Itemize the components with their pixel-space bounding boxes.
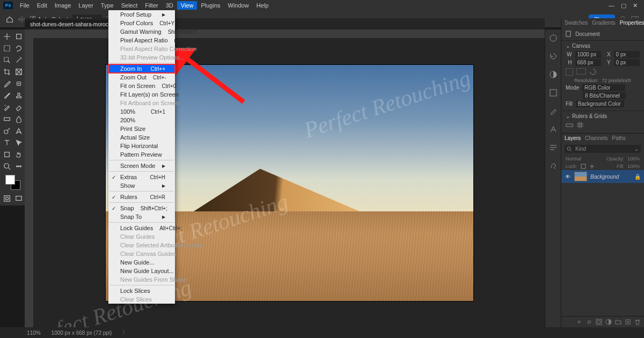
view-menu-zoom-in[interactable]: Zoom InCtrl++ xyxy=(108,64,175,73)
orientation-portrait[interactable] xyxy=(566,68,573,76)
color-panel-icon[interactable] xyxy=(549,34,558,42)
tab-channels[interactable]: Channels xyxy=(585,135,608,141)
menu-file[interactable]: File xyxy=(16,1,33,10)
layer-style-icon[interactable] xyxy=(586,319,592,325)
glyphs-panel-icon[interactable] xyxy=(549,161,558,170)
x-input[interactable]: 0 px xyxy=(614,51,640,58)
link-layers-icon[interactable] xyxy=(576,319,583,325)
view-menu-new-guide-[interactable]: New Guide... xyxy=(108,258,175,267)
crop-tool[interactable] xyxy=(2,67,12,77)
orientation-landscape[interactable] xyxy=(576,68,586,75)
brush-tool[interactable] xyxy=(2,90,12,101)
blend-mode-dropdown[interactable]: Normal xyxy=(566,156,581,161)
adjustment-layer-icon[interactable] xyxy=(605,319,612,325)
opacity-value[interactable]: 100% xyxy=(627,156,640,161)
screen-mode-toggle[interactable] xyxy=(13,193,24,204)
adjustments-panel-icon[interactable] xyxy=(549,70,558,79)
rotate-icon[interactable] xyxy=(589,68,597,76)
magic-wand-tool[interactable] xyxy=(13,55,24,65)
layer-thumbnail[interactable] xyxy=(574,172,587,181)
view-menu-screen-mode[interactable]: Screen Mode▶ xyxy=(108,161,175,170)
path-select-tool[interactable] xyxy=(13,137,24,148)
paragraph-panel-icon[interactable] xyxy=(549,143,558,152)
fill-dropdown[interactable]: Background Color xyxy=(576,100,624,107)
ruler-icon[interactable] xyxy=(566,121,573,129)
object-select-tool[interactable] xyxy=(2,55,12,65)
view-menu-flip-horizontal[interactable]: Flip Horizontal xyxy=(108,142,175,150)
view-menu-new-guide-layout-[interactable]: New Guide Layout... xyxy=(108,267,175,275)
artboard-tool[interactable] xyxy=(13,31,24,42)
lock-icon[interactable]: 🔒 xyxy=(634,174,641,180)
blur-tool[interactable] xyxy=(13,114,24,124)
menu-image[interactable]: Image xyxy=(51,1,75,10)
menu-filter[interactable]: Filter xyxy=(141,1,162,10)
menu-window[interactable]: Window xyxy=(224,1,253,10)
delete-layer-icon[interactable] xyxy=(634,319,641,325)
group-icon[interactable] xyxy=(615,319,621,325)
view-menu-show[interactable]: Show▶ xyxy=(108,181,175,190)
menu-3d[interactable]: 3D xyxy=(162,1,177,10)
view-menu-100-[interactable]: 100%Ctrl+1 xyxy=(108,107,175,116)
view-menu-fit-layer-s-on-screen[interactable]: Fit Layer(s) on Screen xyxy=(108,90,175,99)
width-input[interactable]: 1000 px xyxy=(575,51,601,58)
gradient-tool[interactable] xyxy=(2,114,12,124)
tab-paths[interactable]: Paths xyxy=(612,135,626,141)
color-swatches[interactable] xyxy=(2,173,24,192)
frame-tool[interactable] xyxy=(13,67,24,77)
stamp-tool[interactable] xyxy=(13,90,24,101)
view-menu-print-size[interactable]: Print Size xyxy=(108,124,175,133)
eyedropper-tool[interactable] xyxy=(2,78,12,89)
window-maximize-icon[interactable]: ▢ xyxy=(621,2,626,9)
rulers-section-header[interactable]: Rulers & Grids xyxy=(566,113,640,119)
move-tool[interactable] xyxy=(2,31,12,42)
menu-plugins[interactable]: Plugins xyxy=(197,1,224,10)
history-brush-tool[interactable] xyxy=(2,102,12,113)
lock-position-icon[interactable] xyxy=(589,164,595,169)
fill-opacity-value[interactable]: 100% xyxy=(627,164,640,169)
menu-edit[interactable]: Edit xyxy=(33,1,51,10)
window-minimize-icon[interactable]: — xyxy=(609,2,614,9)
view-menu-proof-setup[interactable]: Proof Setup▶ xyxy=(108,10,175,19)
view-menu-snap[interactable]: ✓SnapShift+Ctrl+; xyxy=(108,204,175,212)
menu-type[interactable]: Type xyxy=(97,1,118,10)
zoom-level[interactable]: 110% xyxy=(27,330,41,336)
libraries-panel-icon[interactable] xyxy=(549,89,558,97)
view-menu-200-[interactable]: 200% xyxy=(108,116,175,124)
layer-row[interactable]: 👁 Background 🔒 xyxy=(561,170,644,183)
menu-layer[interactable]: Layer xyxy=(75,1,97,10)
tab-gradients[interactable]: Gradients xyxy=(592,20,615,26)
shape-tool[interactable] xyxy=(2,149,12,160)
ruler-vertical[interactable] xyxy=(25,38,33,327)
layer-filter[interactable]: Kind ⌄ xyxy=(565,145,641,153)
view-menu-actual-size[interactable]: Actual Size xyxy=(108,133,175,142)
document-dimensions[interactable]: 1000 px x 668 px (72 ppi) xyxy=(52,330,112,336)
color-mode-dropdown[interactable]: RGB Color xyxy=(582,84,625,91)
history-panel-icon[interactable] xyxy=(549,52,558,61)
view-menu-proof-colors[interactable]: Proof ColorsCtrl+Y xyxy=(108,19,175,27)
view-menu-lock-guides[interactable]: Lock GuidesAlt+Ctrl+; xyxy=(108,224,175,232)
fg-color[interactable] xyxy=(5,175,15,185)
y-input[interactable]: 0 px xyxy=(614,59,640,66)
tab-properties[interactable]: Properties xyxy=(620,20,644,26)
window-close-icon[interactable]: ✕ xyxy=(633,2,638,9)
home-icon[interactable] xyxy=(5,16,14,23)
tab-layers[interactable]: Layers xyxy=(565,135,581,141)
grid-icon[interactable] xyxy=(576,121,584,129)
view-menu-fit-on-screen[interactable]: Fit on ScreenCtrl+0 xyxy=(108,82,175,90)
edit-toolbar[interactable] xyxy=(13,161,24,172)
view-menu-extras[interactable]: ✓ExtrasCtrl+H xyxy=(108,173,175,181)
quick-mask-toggle[interactable] xyxy=(2,193,12,204)
view-menu-gamut-warning[interactable]: Gamut WarningShift+Ctrl+Y xyxy=(108,27,175,36)
new-layer-icon[interactable] xyxy=(625,319,631,325)
ruler-horizontal[interactable] xyxy=(25,30,545,38)
bit-depth-dropdown[interactable]: 8 Bits/Channel xyxy=(583,92,626,99)
hand-tool[interactable] xyxy=(13,149,24,160)
layer-mask-icon[interactable] xyxy=(596,319,602,325)
marquee-tool[interactable] xyxy=(2,43,12,54)
tab-swatches[interactable]: Swatches xyxy=(565,20,588,26)
visibility-toggle-icon[interactable]: 👁 xyxy=(565,174,571,180)
brush-panel-icon[interactable] xyxy=(549,107,558,115)
view-menu-lock-slices[interactable]: Lock Slices xyxy=(108,286,175,295)
pen-tool[interactable] xyxy=(13,126,24,136)
heal-tool[interactable] xyxy=(13,78,24,89)
